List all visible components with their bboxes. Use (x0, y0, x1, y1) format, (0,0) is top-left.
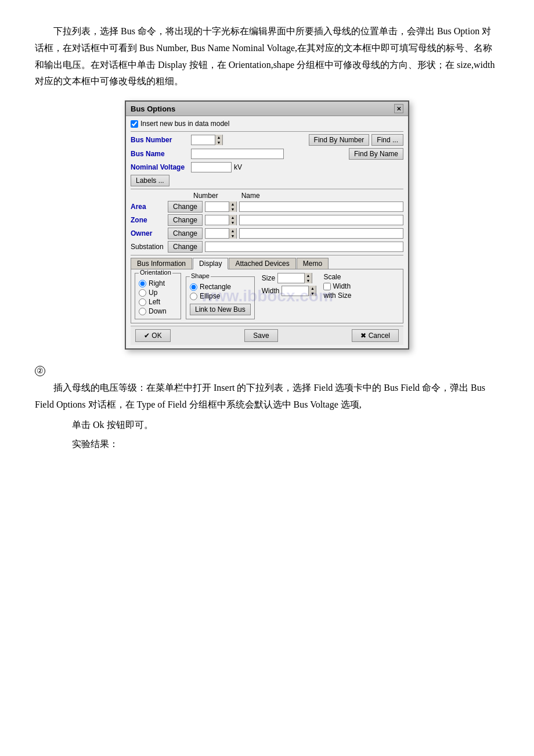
shape-group-label: Shape (190, 272, 211, 279)
bus-number-spin-down[interactable]: ▼ (215, 140, 222, 145)
owner-spin-down[interactable]: ▼ (229, 233, 236, 239)
area-spin-down[interactable]: ▼ (229, 207, 236, 212)
area-name-input[interactable]: Home (239, 201, 403, 212)
tab-attached-devices[interactable]: Attached Devices (229, 258, 295, 269)
paragraph-1: 下拉列表，选择 Bus 命令，将出现的十字光标在编辑界面中所要插入母线的位置单击… (35, 23, 499, 90)
find-by-name-button[interactable]: Find By Name (349, 148, 403, 160)
circled-number: ② (35, 366, 45, 376)
substation-name-input[interactable] (205, 242, 403, 252)
owner-change-button[interactable]: Change (168, 228, 203, 239)
width-label: Width (262, 287, 280, 295)
width-spin-down[interactable]: ▼ (309, 291, 316, 296)
scale-width-checkbox[interactable] (323, 283, 331, 290)
bus-number-row: Bus Number 3 ▲ ▼ Find By Number Find ... (131, 134, 403, 146)
shape-ellipse-label: Ellipse (200, 292, 220, 300)
substation-label: Substation (131, 243, 165, 251)
table-header: Number Name (193, 192, 403, 200)
size-row: Size 5.00 ▲ ▼ (262, 273, 317, 283)
width-row: Width 0.400 ▲ ▼ (262, 286, 317, 296)
substation-change-button[interactable]: Change (168, 241, 203, 253)
orient-right-radio[interactable] (139, 280, 146, 287)
dialog-title: Bus Options (131, 105, 175, 113)
zone-spin-buttons: ▲ ▼ (229, 215, 236, 225)
tab-inner: Orientation Right Up (135, 273, 399, 319)
tab-memo[interactable]: Memo (297, 258, 329, 269)
tab-content-display: Orientation Right Up (131, 269, 403, 323)
labels-area: Labels ... (131, 175, 403, 186)
scale-width-label: Width (333, 282, 351, 290)
find-by-number-button[interactable]: Find By Number (309, 134, 370, 146)
zone-number-spinbox[interactable]: 1 ▲ ▼ (205, 215, 237, 225)
tabs-area: Bus Information Display Attached Devices… (131, 258, 403, 323)
area-number-spinbox[interactable]: 1 ▲ ▼ (205, 201, 237, 212)
substation-row: Substation Change (131, 241, 403, 253)
size-spin-buttons: ▲ ▼ (304, 273, 312, 283)
tab-display[interactable]: Display (193, 258, 228, 269)
scale-group: Scale Width with Size (323, 273, 351, 319)
paragraph-2: 插入母线的电压等级：在菜单栏中打开 Insert 的下拉列表，选择 Field … (35, 380, 499, 413)
save-button[interactable]: Save (244, 329, 277, 342)
area-number-input[interactable]: 1 (205, 202, 229, 211)
shape-rectangle-radio[interactable] (190, 283, 197, 291)
orient-up-radio[interactable] (139, 289, 146, 297)
col-name-header: Name (241, 192, 260, 200)
width-spin-buttons: ▲ ▼ (308, 286, 316, 296)
area-spin-up[interactable]: ▲ (229, 201, 236, 207)
shape-rectangle-label: Rectangle (200, 283, 231, 291)
width-input[interactable]: 0.400 (282, 286, 308, 296)
zone-name-input[interactable]: 1 (239, 215, 403, 225)
link-btn-container: Link to New Bus (190, 301, 251, 315)
kv-label: kV (234, 163, 242, 171)
cancel-button[interactable]: ✖ Cancel (352, 329, 399, 342)
link-new-bus-button[interactable]: Link to New Bus (190, 304, 251, 315)
area-change-button[interactable]: Change (168, 201, 203, 213)
sub-text-2: 实验结果： (72, 436, 499, 453)
area-label: Area (131, 203, 165, 211)
owner-number-input[interactable]: 1 (205, 229, 229, 238)
bus-options-dialog: Bus Options ✕ Insert new bus in data mod… (125, 100, 409, 350)
bus-number-spin-up[interactable]: ▲ (215, 135, 222, 140)
owner-label: Owner (131, 229, 165, 237)
tab-bus-information[interactable]: Bus Information (131, 258, 192, 269)
orient-left-row: Left (139, 298, 177, 306)
zone-change-button[interactable]: Change (168, 214, 203, 226)
bus-number-spinbox[interactable]: 3 ▲ ▼ (191, 135, 223, 145)
owner-number-spinbox[interactable]: 1 ▲ ▼ (205, 228, 237, 239)
width-spin-up[interactable]: ▲ (309, 286, 316, 291)
nominal-voltage-input[interactable]: 16.00 (191, 162, 232, 172)
size-input[interactable]: 5.00 (278, 273, 304, 283)
orient-down-radio[interactable] (139, 308, 146, 315)
shape-group: Shape Rectangle Ellipse (186, 276, 255, 319)
scale-label: Scale (323, 273, 351, 281)
size-area: Size 5.00 ▲ ▼ Width (262, 273, 317, 319)
bus-name-input[interactable]: Bus 3 (191, 149, 284, 159)
zone-number-input[interactable]: 1 (205, 215, 229, 225)
shape-rectangle-row: Rectangle (190, 283, 251, 291)
bus-number-input[interactable]: 3 (192, 135, 215, 145)
zone-spin-up[interactable]: ▲ (229, 215, 236, 220)
close-button[interactable]: ✕ (394, 104, 403, 113)
labels-button[interactable]: Labels ... (131, 175, 169, 186)
shape-ellipse-radio[interactable] (190, 293, 197, 300)
zone-row: Zone Change 1 ▲ ▼ 1 (131, 214, 403, 226)
bus-number-spin-buttons: ▲ ▼ (215, 135, 222, 145)
insert-checkbox[interactable] (131, 120, 138, 128)
owner-spin-up[interactable]: ▲ (229, 228, 236, 233)
size-spin-down[interactable]: ▼ (305, 278, 312, 283)
bus-name-label: Bus Name (131, 150, 189, 158)
bus-name-row: Bus Name Bus 3 Find By Name (131, 148, 403, 160)
scale-with-size-label: with Size (323, 291, 351, 300)
dialog-body: Insert new bus in data model Bus Number … (126, 116, 408, 348)
width-spinbox[interactable]: 0.400 ▲ ▼ (282, 286, 316, 296)
size-spin-up[interactable]: ▲ (305, 273, 312, 278)
find-button[interactable]: Find ... (371, 134, 403, 146)
zone-spin-down[interactable]: ▼ (229, 220, 236, 225)
ok-button[interactable]: ✔ OK (135, 329, 171, 342)
orient-left-label: Left (149, 298, 160, 306)
dialog-wrapper: Bus Options ✕ Insert new bus in data mod… (35, 100, 499, 350)
tabs-bar: Bus Information Display Attached Devices… (131, 258, 403, 269)
orient-left-radio[interactable] (139, 298, 146, 306)
footer-bar: ✔ OK Save ✖ Cancel (131, 326, 403, 345)
size-spinbox[interactable]: 5.00 ▲ ▼ (277, 273, 312, 283)
owner-name-input[interactable]: 1 (239, 228, 403, 239)
